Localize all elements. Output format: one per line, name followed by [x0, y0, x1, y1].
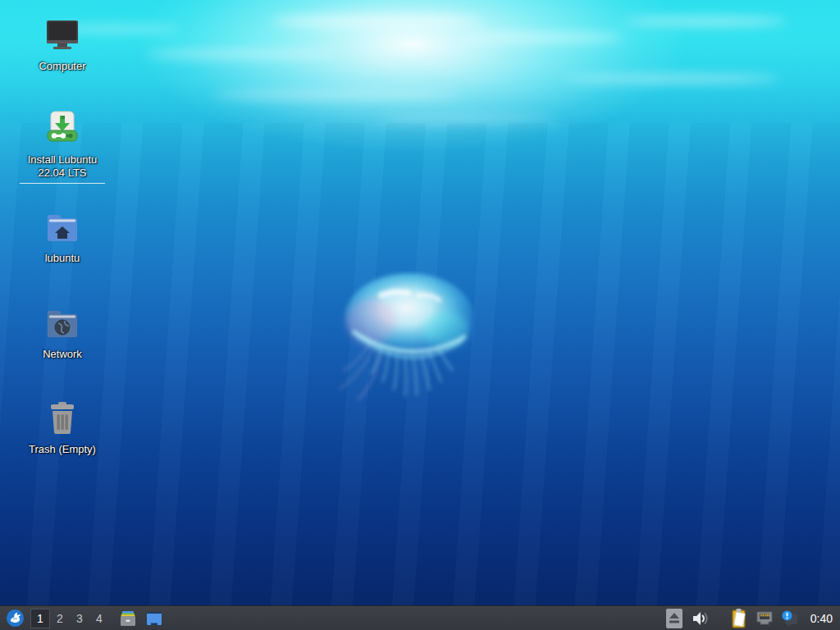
desktop-icon-installer[interactable]: Install Lubuntu 22.04 LTS — [13, 110, 112, 184]
workspace-pager: 1 2 3 4 — [30, 609, 109, 628]
notification-icon — [780, 609, 800, 628]
jellyfish-image — [333, 271, 489, 410]
desktop: Computer Install Lubuntu 22.04 LTS lubun… — [0, 0, 840, 630]
system-tray: 0:40 — [664, 608, 836, 629]
ethernet-icon — [755, 609, 774, 628]
desktop-icon-trash[interactable]: Trash (Empty) — [13, 399, 112, 456]
volume-button[interactable] — [690, 609, 710, 628]
workspace-button-2[interactable]: 2 — [50, 609, 70, 628]
lubuntu-logo-icon — [6, 609, 25, 628]
clipboard-button[interactable] — [729, 608, 749, 629]
desktop-icon-label: Install Lubuntu 22.04 LTS — [15, 153, 110, 180]
clipboard-icon — [729, 608, 749, 629]
desktop-icon-home[interactable]: lubuntu — [13, 208, 112, 265]
trash-icon — [43, 399, 82, 439]
volume-icon — [690, 609, 710, 628]
workspace-button-4[interactable]: 4 — [89, 609, 109, 628]
desktop-icon-label: Network — [43, 348, 82, 361]
desktop-icon-network[interactable]: Network — [13, 304, 112, 361]
icon-focus-underline — [20, 183, 105, 184]
taskbar: 1 2 3 4 — [0, 605, 840, 630]
file-manager-button[interactable] — [117, 608, 139, 629]
eject-icon — [664, 608, 684, 629]
desktop-icon-label: Computer — [39, 60, 85, 73]
network-folder-icon — [43, 304, 82, 344]
file-manager-icon — [118, 609, 138, 628]
clock[interactable]: 0:40 — [810, 612, 833, 625]
desktop-icon-label: Trash (Empty) — [29, 443, 96, 456]
workspace-button-1[interactable]: 1 — [30, 609, 50, 628]
start-menu-button[interactable] — [4, 608, 25, 629]
desktop-icon-computer[interactable]: Computer — [13, 16, 112, 73]
desktop-monitor-icon — [144, 609, 164, 628]
desktop-icon-label: lubuntu — [45, 252, 80, 265]
workspace-button-3[interactable]: 3 — [70, 609, 89, 628]
quick-launch — [117, 608, 165, 629]
computer-icon — [43, 16, 82, 56]
eject-button[interactable] — [664, 608, 684, 629]
network-tray-button[interactable] — [755, 609, 774, 628]
show-desktop-button[interactable] — [144, 608, 165, 629]
notifications-button[interactable] — [780, 609, 800, 628]
installer-icon — [43, 110, 82, 149]
home-folder-icon — [43, 208, 82, 248]
